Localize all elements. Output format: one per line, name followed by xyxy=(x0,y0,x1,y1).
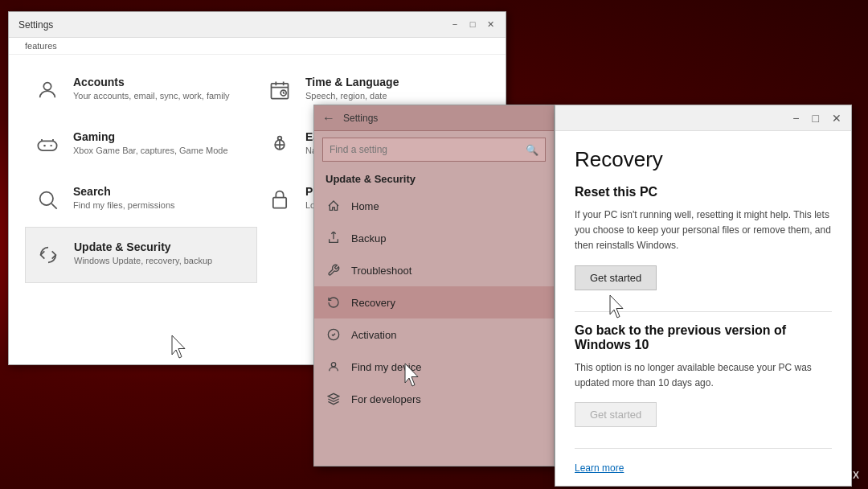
nav-item-find-device[interactable]: Find my device xyxy=(314,351,554,383)
nav-troubleshoot-label: Troubleshoot xyxy=(351,265,411,277)
nav-find-device-label: Find my device xyxy=(351,361,421,373)
back-maximize-btn[interactable]: □ xyxy=(467,19,478,30)
home-nav-icon xyxy=(326,198,342,214)
mid-title: Settings xyxy=(343,113,378,124)
developers-nav-icon xyxy=(326,391,342,407)
right-close-btn[interactable]: ✕ xyxy=(829,112,845,125)
recovery-body: Recovery Reset this PC If your PC isn't … xyxy=(555,131,851,489)
right-titlebar: − □ ✕ xyxy=(555,105,851,131)
recovery-title: Recovery xyxy=(575,147,832,172)
go-back-desc: This option is no longer available becau… xyxy=(575,360,832,391)
recovery-window: − □ ✕ Recovery Reset this PC If your PC … xyxy=(555,105,852,487)
time-icon xyxy=(265,76,294,105)
search-desc: Find my files, permissions xyxy=(73,199,175,212)
svg-rect-3 xyxy=(38,141,56,150)
nav-activation-label: Activation xyxy=(351,329,396,341)
accounts-desc: Your accounts, email, sync, work, family xyxy=(73,90,230,102)
search-text: Search Find my files, permissions xyxy=(73,185,175,212)
settings-item-update[interactable]: Update & Security Windows Update, recove… xyxy=(25,227,257,283)
update-text: Update & Security Windows Update, recove… xyxy=(74,240,212,267)
nav-item-activation[interactable]: Activation xyxy=(314,318,554,351)
nav-home-label: Home xyxy=(351,200,379,212)
troubleshoot-nav-icon xyxy=(326,262,342,278)
mid-search-input[interactable] xyxy=(330,144,526,155)
svg-point-0 xyxy=(43,83,51,90)
right-minimize-btn[interactable]: − xyxy=(789,112,802,125)
nav-backup-label: Backup xyxy=(351,232,386,244)
nav-recovery-label: Recovery xyxy=(351,297,395,309)
svg-point-6 xyxy=(40,192,53,205)
privacy-icon xyxy=(265,185,294,214)
svg-point-11 xyxy=(331,363,335,367)
gaming-text: Gaming Xbox Game Bar, captures, Game Mod… xyxy=(73,130,228,157)
time-desc: Speech, region, date xyxy=(305,90,399,102)
mid-back-btn[interactable]: ← xyxy=(322,111,335,125)
right-maximize-btn[interactable]: □ xyxy=(809,112,822,125)
settings-item-gaming[interactable]: Gaming Xbox Game Bar, captures, Game Mod… xyxy=(25,117,257,172)
mid-search-icon: 🔍 xyxy=(526,144,538,156)
nav-item-troubleshoot[interactable]: Troubleshoot xyxy=(314,254,554,286)
ease-icon xyxy=(265,130,294,159)
mid-search-box[interactable]: 🔍 xyxy=(322,138,546,162)
settings-item-search[interactable]: Search Find my files, permissions xyxy=(25,172,257,227)
go-back-title: Go back to the previous version of Windo… xyxy=(575,323,832,352)
accounts-icon xyxy=(33,76,62,105)
find-device-nav-icon xyxy=(326,359,342,375)
gaming-icon xyxy=(33,130,62,159)
reset-get-started-btn[interactable]: Get started xyxy=(575,265,657,290)
go-back-get-started-btn[interactable]: Get started xyxy=(575,402,657,427)
accounts-title: Accounts xyxy=(73,76,230,88)
mid-titlebar: ← Settings xyxy=(314,105,554,131)
gaming-title: Gaming xyxy=(73,130,228,143)
watermark: UGETFIX xyxy=(813,470,860,481)
back-minimize-btn[interactable]: − xyxy=(449,19,461,30)
divider-1 xyxy=(575,311,832,312)
settings-mid-window: ← Settings 🔍 Update & Security Home Back… xyxy=(313,105,555,466)
activation-nav-icon xyxy=(326,327,342,343)
nav-item-home[interactable]: Home xyxy=(314,190,554,222)
recovery-nav-icon xyxy=(326,294,342,310)
gaming-desc: Xbox Game Bar, captures, Game Mode xyxy=(73,145,228,157)
svg-rect-8 xyxy=(273,198,286,208)
time-title: Time & Language xyxy=(305,76,399,88)
update-title: Update & Security xyxy=(74,240,212,253)
update-desc: Windows Update, recovery, backup xyxy=(74,255,212,267)
accounts-text: Accounts Your accounts, email, sync, wor… xyxy=(73,76,230,102)
search-settings-icon xyxy=(33,185,62,214)
back-titlebar: Settings − □ ✕ xyxy=(9,12,506,38)
nav-item-developers[interactable]: For developers xyxy=(314,383,554,415)
svg-line-7 xyxy=(51,203,56,208)
settings-item-accounts[interactable]: Accounts Your accounts, email, sync, wor… xyxy=(25,63,257,117)
reset-pc-desc: If your PC isn't running well, resetting… xyxy=(575,208,832,254)
nav-item-recovery[interactable]: Recovery xyxy=(314,286,554,318)
learn-more-link[interactable]: Learn more xyxy=(575,462,624,474)
search-title: Search xyxy=(73,185,175,198)
reset-pc-title: Reset this PC xyxy=(575,185,832,199)
update-icon xyxy=(34,240,63,269)
back-subtitle: features xyxy=(9,38,506,55)
mid-section-title: Update & Security xyxy=(314,168,554,190)
divider-2 xyxy=(575,448,832,449)
backup-nav-icon xyxy=(326,230,342,246)
back-title: Settings xyxy=(18,19,53,31)
nav-developers-label: For developers xyxy=(351,393,421,405)
back-close-btn[interactable]: ✕ xyxy=(485,19,496,30)
back-win-controls: − □ ✕ xyxy=(449,19,496,30)
time-text: Time & Language Speech, region, date xyxy=(305,76,399,102)
nav-item-backup[interactable]: Backup xyxy=(314,222,554,254)
